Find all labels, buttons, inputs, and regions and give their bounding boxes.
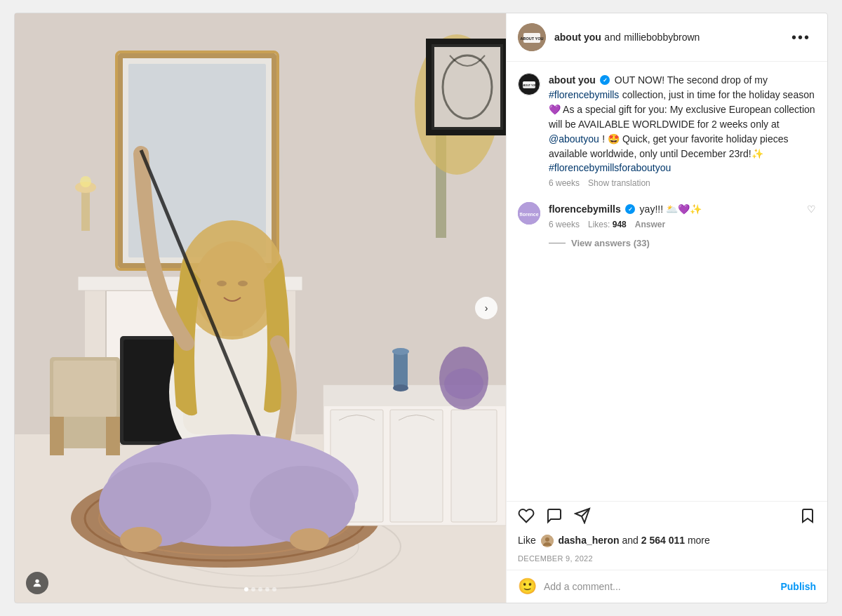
add-comment-bar: 🙂 Publish <box>507 570 827 603</box>
svg-point-45 <box>120 527 162 552</box>
svg-rect-22 <box>451 410 497 522</box>
post-date: DECEMBER 9, 2022 <box>518 554 593 563</box>
likes-suffix: and <box>622 535 639 546</box>
image-panel: › <box>15 13 506 603</box>
florence-avatar[interactable]: florence <box>518 202 540 225</box>
date-row: DECEMBER 9, 2022 <box>507 550 827 570</box>
reply-time: 6 weeks <box>549 220 580 229</box>
likes-more: more <box>688 535 710 546</box>
dot-4 <box>265 587 269 591</box>
view-answers-line <box>549 243 566 243</box>
dot-1 <box>244 587 248 591</box>
collab-word: and <box>604 32 620 43</box>
emoji-button[interactable]: 🙂 <box>518 577 537 596</box>
svg-rect-51 <box>53 361 116 417</box>
svg-point-17 <box>80 176 91 187</box>
post-photo <box>15 13 506 603</box>
svg-point-39 <box>217 281 227 286</box>
reply-header: florencebymills yay!!! 🌥️💜✨ ♡ <box>549 202 816 217</box>
view-answers-btn[interactable]: View answers (33) <box>549 238 816 248</box>
svg-rect-21 <box>390 410 443 522</box>
share-button[interactable] <box>574 507 591 528</box>
header-names: about you and milliebobbybrown <box>554 31 786 43</box>
likes-prefix: Like <box>518 535 536 546</box>
likes-count-main: 2 564 011 <box>641 535 688 546</box>
next-image-button[interactable]: › <box>475 297 497 319</box>
svg-point-40 <box>238 281 248 286</box>
svg-point-54 <box>35 580 39 583</box>
reply-content: florencebymills yay!!! 🌥️💜✨ <box>549 202 807 217</box>
liker-avatar-small <box>541 535 554 547</box>
image-dots <box>244 587 276 591</box>
reply-text: yay!!! 🌥️💜✨ <box>640 203 702 215</box>
main-account-name[interactable]: about you <box>554 32 601 43</box>
show-translation-btn[interactable]: Show translation <box>588 178 650 188</box>
svg-point-66 <box>545 537 549 542</box>
comment-meta: 6 weeks Show translation <box>549 178 816 188</box>
svg-rect-23 <box>394 350 408 389</box>
svg-rect-48 <box>434 47 500 127</box>
svg-text:ABOUT YOU: ABOUT YOU <box>521 36 544 41</box>
post-author-name[interactable]: about you <box>549 74 596 86</box>
dot-2 <box>251 587 255 591</box>
svg-point-33 <box>444 368 483 399</box>
mention-aboutyou[interactable]: @aboutyou <box>549 133 599 145</box>
svg-text:florence: florence <box>519 212 538 217</box>
svg-point-24 <box>392 348 409 355</box>
post-header: ABOUT YOU about you and milliebobbybrown… <box>507 13 827 62</box>
reply-meta: 6 weeks Likes: 948 Answer <box>549 220 816 229</box>
main-post-comment: ABOUT YOU about you OUT NOW! The second … <box>518 73 816 188</box>
svg-rect-15 <box>81 189 90 231</box>
reply-comment-florence: florence florencebymills yay!!! 🌥️💜✨ ♡ 6… <box>518 202 816 248</box>
caption-prefix: OUT NOW! The second drop of my <box>615 74 768 86</box>
verified-badge-reply <box>625 204 635 214</box>
liker-name[interactable]: dasha_heron <box>558 535 619 546</box>
reply-body: florencebymills yay!!! 🌥️💜✨ ♡ 6 weeks Li… <box>549 202 816 248</box>
svg-point-46 <box>290 528 329 551</box>
svg-rect-53 <box>106 417 120 455</box>
dot-3 <box>258 587 262 591</box>
likes-count: 948 <box>613 220 627 229</box>
action-icons-left <box>518 507 591 528</box>
user-tag-icon[interactable] <box>26 572 48 594</box>
post-comment-body: about you OUT NOW! The second drop of my… <box>549 73 816 188</box>
svg-point-25 <box>393 384 408 391</box>
hashtag-2[interactable]: #florencebymillsforaboutyou <box>549 162 671 173</box>
post-container: › ABOUT YOU <box>14 13 828 603</box>
collab-account-name[interactable]: milliebobbybrown <box>624 32 700 43</box>
post-author-avatar[interactable]: ABOUT YOU <box>518 73 540 95</box>
post-time: 6 weeks <box>549 178 580 188</box>
avatar-inner: ABOUT YOU <box>518 23 546 51</box>
svg-rect-52 <box>50 417 64 455</box>
actions-bar <box>507 501 827 531</box>
verified-badge-post <box>600 75 610 85</box>
likes-text: Like dasha_heron and 2 564 011 more <box>518 535 710 546</box>
reply-answer-btn[interactable]: Answer <box>635 220 665 229</box>
dot-5 <box>272 587 276 591</box>
view-answers-text[interactable]: View answers (33) <box>571 238 650 248</box>
hashtag-1[interactable]: #florencebymills <box>549 89 619 100</box>
reply-heart-button[interactable]: ♡ <box>807 203 816 215</box>
publish-button[interactable]: Publish <box>780 581 816 592</box>
reply-author-name[interactable]: florencebymills <box>549 203 621 215</box>
comments-section: ABOUT YOU about you OUT NOW! The second … <box>507 62 827 501</box>
comment-input[interactable] <box>544 581 773 592</box>
header-avatar[interactable]: ABOUT YOU <box>518 23 546 51</box>
comment-button[interactable] <box>546 507 563 528</box>
reply-likes: Likes: 948 <box>588 220 627 229</box>
like-button[interactable] <box>518 507 535 528</box>
info-panel: ABOUT YOU about you and milliebobbybrown… <box>506 13 827 603</box>
save-button[interactable] <box>799 507 816 528</box>
more-options-button[interactable]: ••• <box>786 27 816 48</box>
svg-text:ABOUT YOU: ABOUT YOU <box>521 84 537 87</box>
likes-row: Like dasha_heron and 2 564 011 more <box>507 531 827 550</box>
